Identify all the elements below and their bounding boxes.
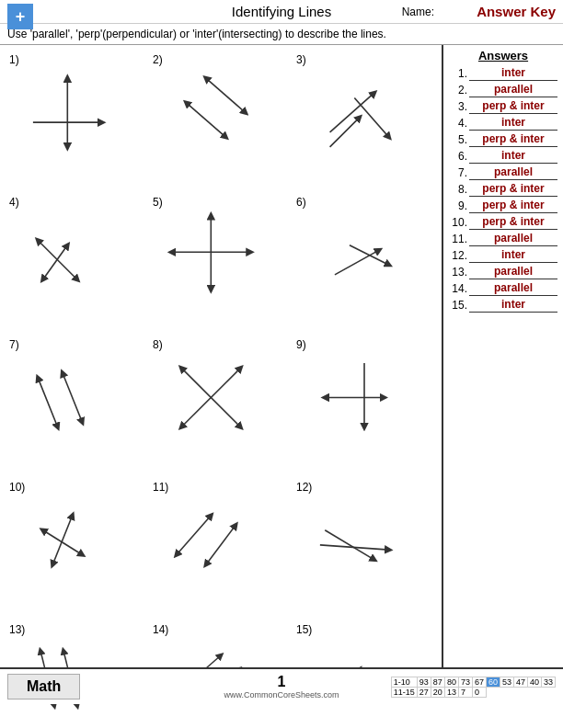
problem-9: 9) — [293, 334, 436, 476]
problem-1: 1) — [6, 49, 149, 191]
problem-row-1: 1) — [6, 49, 436, 191]
problem-row-4: 10) 11) — [6, 476, 436, 619]
svg-line-11 — [330, 118, 360, 147]
answer-item: 14.parallel — [449, 281, 557, 296]
answer-item: 1.inter — [449, 66, 557, 81]
svg-line-41 — [177, 516, 211, 555]
page-number: 1 — [278, 674, 286, 690]
answer-item: 4.inter — [449, 116, 557, 131]
problem-3: 3) — [293, 49, 436, 191]
name-label: Name: — [402, 6, 434, 18]
problem-7: 7) — [6, 334, 149, 476]
svg-line-38 — [52, 516, 72, 564]
problem-row-2: 4) 5) — [6, 191, 436, 334]
answer-item: 7.parallel — [449, 165, 557, 180]
stats-table: 1-10 9387 8073 6760 5347 4033 11-15 2720… — [391, 677, 556, 698]
problem-6: 6) — [293, 191, 436, 334]
svg-line-26 — [63, 373, 82, 422]
answer-item: 5.perp & inter — [449, 132, 557, 147]
answers-title: Answers — [449, 49, 557, 63]
footer-center: 1 www.CommonCoreSheets.com — [224, 674, 339, 700]
math-label: Math — [7, 674, 80, 700]
answer-item: 6.inter — [449, 149, 557, 164]
answers-list: 1.inter2.parallel3.perp & inter4.inter5.… — [449, 66, 557, 313]
svg-line-45 — [325, 530, 373, 560]
svg-line-7 — [187, 103, 226, 137]
svg-line-37 — [43, 530, 83, 555]
footer: Math 1 www.CommonCoreSheets.com 1-10 938… — [0, 667, 563, 704]
main-content: 1) — [0, 45, 563, 667]
answer-item: 11.parallel — [449, 232, 557, 246]
answer-item: 8.perp & inter — [449, 182, 557, 197]
footer-stats: 1-10 9387 8073 6760 5347 4033 11-15 2720… — [391, 677, 556, 698]
page-title: Identifying Lines — [232, 4, 331, 19]
answer-item: 13.parallel — [449, 265, 557, 279]
answers-section: Answers 1.inter2.parallel3.perp & inter4… — [443, 45, 563, 667]
svg-line-25 — [38, 378, 57, 427]
answer-item: 3.perp & inter — [449, 99, 557, 114]
problem-2: 2) — [149, 49, 293, 191]
problem-8: 8) — [149, 334, 293, 476]
problem-row-3: 7) 8) — [6, 334, 436, 476]
problems-section: 1) — [0, 45, 443, 667]
answer-item: 10.perp & inter — [449, 215, 557, 230]
instructions: Use 'parallel', 'perp'(perpendicular) or… — [0, 24, 563, 45]
svg-line-6 — [206, 78, 246, 112]
problem-4: 4) — [6, 191, 149, 334]
answer-item: 12.inter — [449, 248, 557, 263]
problem-5: 5) — [149, 191, 293, 334]
svg-line-22 — [335, 250, 379, 275]
logo: + — [7, 4, 33, 29]
answer-key-label: Answer Key — [477, 4, 556, 19]
svg-line-15 — [43, 245, 68, 279]
svg-line-10 — [354, 97, 388, 137]
svg-line-42 — [206, 525, 236, 564]
problem-11: 11) — [149, 476, 293, 619]
answer-item: 15.inter — [449, 298, 557, 313]
answer-item: 2.parallel — [449, 83, 557, 97]
website-url: www.CommonCoreSheets.com — [224, 690, 339, 700]
answer-item: 9.perp & inter — [449, 199, 557, 213]
problem-12: 12) — [293, 476, 436, 619]
header: + Identifying Lines Name: Answer Key — [0, 0, 563, 24]
problem-10: 10) — [6, 476, 149, 619]
